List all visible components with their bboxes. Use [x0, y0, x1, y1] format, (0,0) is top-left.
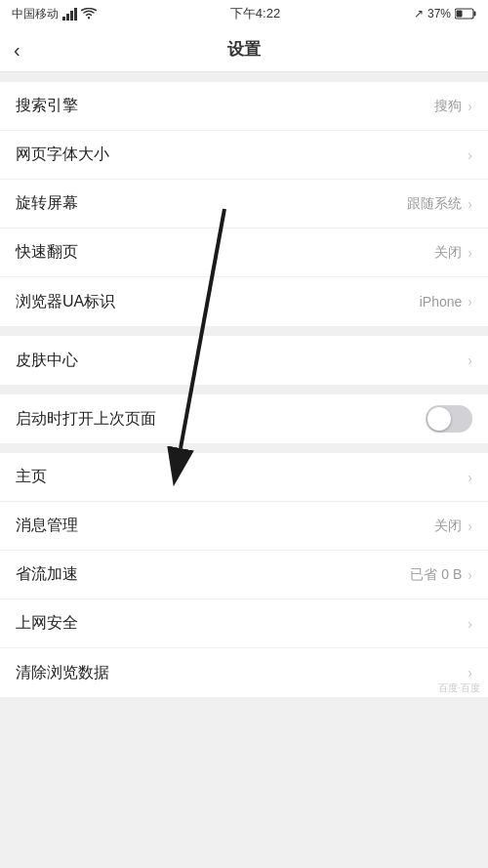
item-right: 搜狗 ›	[434, 98, 472, 115]
chevron-icon: ›	[468, 245, 472, 261]
page-header: ‹ 设置	[0, 27, 488, 72]
chevron-icon: ›	[468, 518, 472, 534]
page-title: 设置	[227, 38, 261, 61]
svg-point-0	[88, 18, 90, 20]
list-item[interactable]: 搜索引擎 搜狗 ›	[0, 82, 488, 131]
list-item[interactable]: 旋转屏幕 跟随系统 ›	[0, 180, 488, 228]
item-label: 主页	[16, 467, 47, 487]
list-item[interactable]: 主页 ›	[0, 453, 488, 502]
chevron-icon: ›	[468, 470, 472, 485]
status-bar: 中国移动 下午4:22 ↗ 37%	[0, 0, 488, 27]
item-value: 已省 0 B	[410, 566, 462, 584]
status-right: ↗ 37%	[414, 7, 476, 21]
item-right: ›	[468, 616, 472, 632]
item-right: iPhone ›	[420, 294, 472, 310]
chevron-icon: ›	[468, 665, 472, 681]
item-right: ›	[468, 352, 472, 368]
item-value: 关闭	[434, 517, 462, 535]
section-4: 主页 › 消息管理 关闭 › 省流加速 已省 0 B › 上网安全 ›	[0, 453, 488, 697]
item-label: 启动时打开上次页面	[16, 409, 156, 430]
status-left: 中国移动	[12, 6, 97, 22]
carrier-label: 中国移动	[12, 6, 59, 22]
item-right: 关闭 ›	[434, 244, 472, 262]
list-item[interactable]: 省流加速 已省 0 B ›	[0, 551, 488, 599]
item-value: 搜狗	[434, 98, 462, 115]
item-label: 省流加速	[16, 564, 78, 585]
section-1: 搜索引擎 搜狗 › 网页字体大小 › 旋转屏幕 跟随系统 › 快速翻页 关闭 ›	[0, 82, 488, 326]
item-right: 已省 0 B ›	[410, 566, 472, 584]
chevron-icon: ›	[468, 147, 472, 163]
svg-rect-2	[474, 12, 476, 17]
list-item[interactable]: 消息管理 关闭 ›	[0, 502, 488, 551]
item-label: 旋转屏幕	[16, 193, 78, 214]
item-label: 皮肤中心	[16, 351, 78, 371]
ua-value: iPhone	[420, 294, 463, 310]
item-right: ›	[468, 147, 472, 163]
item-label: 清除浏览数据	[16, 663, 109, 683]
item-right: 关闭 ›	[434, 517, 472, 535]
item-right: ›	[468, 470, 472, 485]
item-value: 跟随系统	[407, 195, 462, 213]
chevron-icon: ›	[468, 99, 472, 114]
battery-icon	[455, 8, 476, 20]
item-label: 浏览器UA标识	[16, 292, 115, 312]
chevron-icon: ›	[468, 567, 472, 583]
item-right	[426, 405, 472, 433]
item-label: 消息管理	[16, 516, 78, 536]
item-right: ›	[468, 665, 472, 681]
item-label: 搜索引擎	[16, 96, 78, 116]
list-item[interactable]: 清除浏览数据 › 百度·百度	[0, 648, 488, 697]
main-content: 搜索引擎 搜狗 › 网页字体大小 › 旋转屏幕 跟随系统 › 快速翻页 关闭 ›	[0, 82, 488, 697]
startup-toggle[interactable]	[426, 405, 472, 433]
browser-ua-item[interactable]: 浏览器UA标识 iPhone ›	[0, 277, 488, 326]
item-value: 关闭	[434, 244, 462, 262]
chevron-icon: ›	[468, 352, 472, 368]
item-label: 上网安全	[16, 613, 78, 634]
chevron-icon: ›	[468, 196, 472, 212]
chevron-icon: ›	[468, 294, 472, 310]
back-button[interactable]: ‹	[14, 38, 20, 61]
battery-percent: 37%	[427, 7, 451, 21]
svg-rect-3	[457, 11, 463, 18]
signal-bars	[62, 8, 77, 21]
wifi-icon	[81, 8, 97, 20]
item-label: 网页字体大小	[16, 145, 109, 165]
list-item[interactable]: 皮肤中心 ›	[0, 336, 488, 385]
toggle-knob	[427, 407, 451, 431]
startup-open-toggle-item[interactable]: 启动时打开上次页面	[0, 394, 488, 443]
section-3: 启动时打开上次页面	[0, 394, 488, 443]
item-label: 快速翻页	[16, 242, 78, 263]
status-time: 下午4:22	[230, 5, 280, 22]
item-right: 跟随系统 ›	[407, 195, 472, 213]
list-item[interactable]: 快速翻页 关闭 ›	[0, 228, 488, 277]
section-2: 皮肤中心 ›	[0, 336, 488, 385]
watermark: 百度·百度	[438, 682, 480, 695]
list-item[interactable]: 上网安全 ›	[0, 599, 488, 648]
list-item[interactable]: 网页字体大小 ›	[0, 131, 488, 180]
location-icon: ↗	[414, 7, 424, 21]
chevron-icon: ›	[468, 616, 472, 632]
